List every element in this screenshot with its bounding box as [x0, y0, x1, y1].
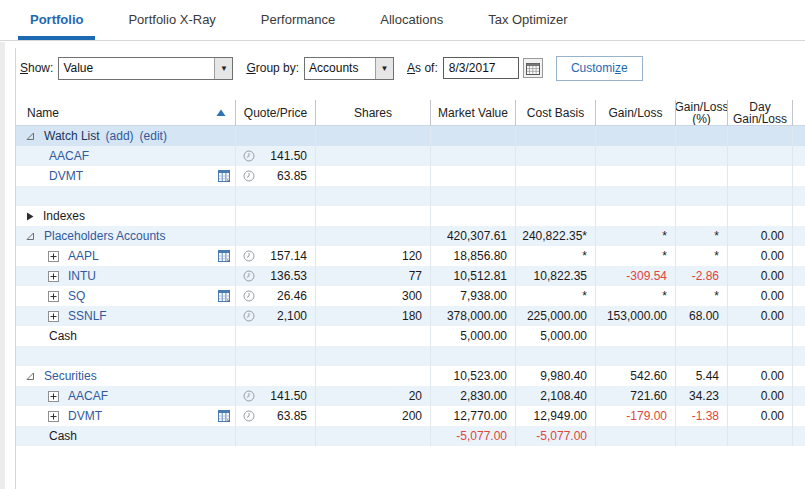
asof-date-input[interactable]: 8/3/2017: [443, 57, 519, 79]
day-gain-loss-value: 0.00: [761, 409, 792, 423]
name-cell: AAPL: [16, 246, 236, 266]
column-header-label-line2: Gain/Loss: [733, 113, 787, 125]
customize-button[interactable]: Customize: [556, 56, 643, 81]
cost-basis-value: 9,980.40: [540, 369, 595, 383]
show-select[interactable]: Value ▼: [58, 57, 233, 80]
expand-plus-icon[interactable]: [48, 271, 59, 282]
expand-plus-icon[interactable]: [48, 291, 59, 302]
gain-loss-cell: 153,000.00: [596, 306, 676, 326]
portfolio-manager-window: PortfolioPortfolio X-RayPerformanceAlloc…: [0, 0, 805, 489]
dropdown-arrow-icon[interactable]: ▼: [214, 58, 232, 79]
asof-label: As of:: [407, 61, 438, 75]
groupby-select[interactable]: Accounts ▼: [304, 57, 394, 80]
tab-portfolio[interactable]: Portfolio: [18, 2, 95, 40]
shares-cell: 200: [316, 406, 431, 426]
market-value-cell: 7,938.00: [431, 286, 516, 306]
group-name[interactable]: Watch List: [44, 129, 100, 143]
cost-basis-cell: [516, 186, 596, 206]
tab-allocations[interactable]: Allocations: [368, 2, 455, 40]
table-row-placeholders-accounts: Placeholders Accounts420,307.61240,822.3…: [16, 226, 805, 246]
cost-basis-value: *: [582, 289, 595, 303]
tree-expand-icon[interactable]: [25, 211, 35, 222]
group-name[interactable]: Placeholders Accounts: [44, 229, 165, 243]
cost-basis-cell: [516, 346, 596, 366]
column-header-day[interactable]: DayGain/Loss: [728, 100, 793, 126]
expand-plus-icon[interactable]: [48, 391, 59, 402]
cost-basis-cell: *: [516, 286, 596, 306]
quote-clock-icon[interactable]: [243, 170, 255, 182]
shares-value: 300: [402, 289, 430, 303]
column-header-name[interactable]: Name: [16, 100, 236, 126]
quote-clock-icon[interactable]: [243, 390, 255, 402]
gain-loss-pct-cell: [676, 186, 728, 206]
column-header-market-value[interactable]: Market Value: [431, 100, 516, 126]
calendar-button[interactable]: [523, 58, 543, 78]
shares-cell: [316, 126, 431, 146]
gain-loss-value: 542.60: [630, 369, 675, 383]
ticker-link[interactable]: DVMT: [68, 409, 102, 423]
ticker-link[interactable]: SQ: [68, 289, 85, 303]
expand-plus-icon[interactable]: [48, 311, 59, 322]
notes-ledger-icon[interactable]: [218, 410, 231, 422]
notes-ledger-icon[interactable]: [218, 290, 231, 302]
market-value-value: 420,307.61: [447, 229, 515, 243]
g-cut-cell: [793, 226, 805, 246]
quote-clock-icon[interactable]: [243, 310, 255, 322]
tree-collapse-icon[interactable]: [25, 371, 36, 382]
cost-basis-value: 5,000.00: [540, 329, 595, 343]
quote-clock-icon[interactable]: [243, 410, 255, 422]
column-header-cost-basis[interactable]: Cost Basis: [516, 100, 596, 126]
column-header-gain-loss[interactable]: Gain/Loss: [596, 100, 676, 126]
column-header-gain-loss[interactable]: Gain/Loss(%): [676, 100, 728, 126]
market-value-cell: -5,077.00: [431, 426, 516, 446]
column-header-shares[interactable]: Shares: [316, 100, 431, 126]
quote-clock-icon[interactable]: [243, 270, 255, 282]
quote-clock-icon[interactable]: [243, 150, 255, 162]
ticker-link[interactable]: DVMT: [49, 169, 83, 183]
market-value-cell: [431, 346, 516, 366]
quote-cell: [236, 126, 316, 146]
quote-value: 136.53: [270, 269, 315, 283]
quote-clock-icon[interactable]: [243, 250, 255, 262]
group-name[interactable]: Securities: [44, 369, 97, 383]
dropdown-arrow-icon[interactable]: ▼: [375, 58, 393, 79]
ticker-link[interactable]: INTU: [68, 269, 96, 283]
day-gain-loss-cell: [728, 126, 793, 146]
expand-plus-icon[interactable]: [48, 251, 59, 262]
gain-loss-cell: 721.60: [596, 386, 676, 406]
tab-portfolio-x-ray[interactable]: Portfolio X-Ray: [116, 2, 227, 40]
gain-loss-value: -179.00: [626, 409, 675, 423]
name-cell: Watch List(add)(edit): [16, 126, 236, 146]
ticker-link[interactable]: AAPL: [68, 249, 99, 263]
g-cut-cell: [793, 286, 805, 306]
spacer-row: [16, 346, 805, 366]
name-cell: [16, 186, 236, 206]
notes-ledger-icon[interactable]: [218, 250, 231, 262]
watchlist-add-link[interactable]: (add): [106, 129, 134, 143]
market-value-cell: 12,770.00: [431, 406, 516, 426]
gain-loss-pct-cell: *: [676, 226, 728, 246]
tab-performance[interactable]: Performance: [249, 2, 347, 40]
column-header-label-line2: (%): [692, 113, 711, 125]
tab-tax-optimizer[interactable]: Tax Optimizer: [476, 2, 579, 40]
tree-collapse-icon[interactable]: [25, 131, 36, 142]
watchlist-edit-link[interactable]: (edit): [140, 129, 167, 143]
gain-loss-pct-value: 5.44: [696, 369, 727, 383]
quote-clock-icon[interactable]: [243, 290, 255, 302]
shares-value: 120: [402, 249, 430, 263]
notes-ledger-icon[interactable]: [218, 170, 231, 182]
column-header-quote-price[interactable]: Quote/Price: [236, 100, 316, 126]
column-header-label: Gain/Loss: [608, 107, 662, 119]
quote-cell: 63.85: [236, 406, 316, 426]
g-cut-cell: [793, 166, 805, 186]
expand-plus-icon[interactable]: [48, 411, 59, 422]
shares-cell: [316, 146, 431, 166]
ticker-link[interactable]: AACAF: [68, 389, 108, 403]
ticker-link[interactable]: AACAF: [49, 149, 89, 163]
tree-collapse-icon[interactable]: [25, 231, 36, 242]
quote-value: 26.46: [277, 289, 315, 303]
shares-cell: [316, 166, 431, 186]
gain-loss-pct-value: -2.86: [692, 269, 727, 283]
ticker-link[interactable]: SSNLF: [68, 309, 107, 323]
column-header-g[interactable]: G: [793, 100, 805, 126]
